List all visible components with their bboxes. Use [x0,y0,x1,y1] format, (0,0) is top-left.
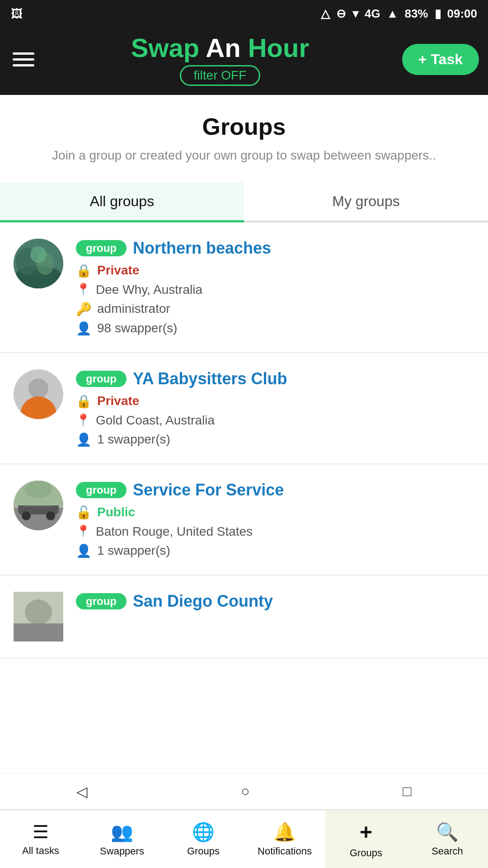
list-item[interactable]: group Northern beaches 🔒 Private 📍 Dee W… [0,222,488,353]
unlock-icon: 🔓 [76,505,92,520]
nav-add-groups[interactable]: + Groups [325,810,407,868]
swapper-count: 98 swapper(s) [97,321,177,335]
lock-icon: 🔒 [76,394,92,409]
privacy-row: 🔓 Public [76,505,474,520]
time-label: 09:00 [447,7,478,21]
list-item[interactable]: group YA Babysitters Club 🔒 Private 📍 Go… [0,353,488,464]
location-icon: 📍 [76,413,90,427]
avatar [14,239,63,288]
group-info: group Northern beaches 🔒 Private 📍 Dee W… [76,239,474,336]
avatar [14,481,63,530]
tab-all-groups[interactable]: All groups [0,182,244,221]
bluetooth-icon: △ [321,7,330,21]
title-hour: Hour [248,33,309,62]
group-name-row: group San Diego County [76,592,474,611]
people-icon: 👤 [76,432,92,447]
group-name: YA Babysitters Club [133,369,287,388]
status-right: △ ⊖ ▾ 4G ▲ 83% ▮ 09:00 [321,7,477,21]
list-item[interactable]: group San Diego County [0,576,488,659]
nav-swappers[interactable]: 👥 Swappers [81,810,163,868]
svg-rect-16 [14,623,63,642]
avatar [14,369,63,419]
page-content: Groups Join a group or created your own … [0,95,488,868]
group-name-row: group Northern beaches [76,239,474,258]
location-row: 📍 Gold Coast, Australia [76,413,474,428]
add-task-button[interactable]: + Task [402,44,479,75]
bell-icon: 🔔 [273,821,296,843]
list-item[interactable]: group Service For Service 🔓 Public 📍 Bat… [0,464,488,576]
group-info: group YA Babysitters Club 🔒 Private 📍 Go… [76,369,474,447]
lock-icon: 🔒 [76,263,92,278]
location-row: 📍 Baton Rouge, United States [76,524,474,539]
photo-icon: 🖼 [11,7,23,21]
plus-icon: + [360,820,372,844]
svg-point-15 [25,599,52,625]
android-nav: ◁ ○ □ [0,773,488,809]
svg-point-10 [22,511,31,520]
location-text: Gold Coast, Australia [96,413,215,428]
dnd-icon: ⊖ [336,7,346,21]
wifi-icon: ▾ [352,7,358,21]
swappers-row: 👤 1 swapper(s) [76,432,474,447]
avatar-head [28,378,48,398]
svg-point-11 [46,511,55,520]
avatar [14,592,63,642]
key-icon: 🔑 [76,302,92,316]
group-name-row: group YA Babysitters Club [76,369,474,388]
group-name-row: group Service For Service [76,481,474,500]
group-info: group San Diego County [76,592,474,616]
group-badge: group [76,482,127,498]
nav-search[interactable]: 🔍 Search [407,810,488,868]
tasks-icon: ☰ [33,821,49,842]
tab-bar: All groups My groups [0,182,488,222]
privacy-label: Private [97,394,139,408]
recents-button[interactable]: □ [403,783,411,800]
svg-point-5 [30,246,47,263]
filter-badge[interactable]: filter OFF [180,65,261,86]
location-icon: 📍 [76,283,90,297]
swappers-row: 👤 1 swapper(s) [76,543,474,558]
page-subtitle: Join a group or created your own group t… [18,146,470,164]
svg-rect-4 [14,277,63,288]
globe-icon: 🌐 [192,821,215,843]
people-icon: 👤 [76,543,92,558]
group-list: group Northern beaches 🔒 Private 📍 Dee W… [0,222,488,659]
signal-label: 4G [365,7,380,21]
group-badge: group [76,240,127,256]
privacy-label: Private [97,263,139,278]
nav-notifications[interactable]: 🔔 Notifications [244,810,325,868]
home-button[interactable]: ○ [241,783,249,800]
nav-groups[interactable]: 🌐 Groups [163,810,244,868]
nav-all-tasks[interactable]: ☰ All tasks [0,810,81,868]
privacy-label: Public [97,505,135,519]
groups-header: Groups Join a group or created your own … [0,95,488,169]
swapper-count: 1 swapper(s) [97,543,170,558]
status-icons: 🖼 [11,7,23,21]
privacy-row: 🔒 Private [76,394,474,409]
title-swap: Swap [131,33,200,62]
group-info: group Service For Service 🔓 Public 📍 Bat… [76,481,474,558]
back-button[interactable]: ◁ [76,783,88,800]
avatar-body [20,396,56,419]
group-name: Service For Service [133,481,284,500]
header-center: Swap An Hour filter OFF [131,33,309,86]
search-icon: 🔍 [436,821,459,843]
privacy-row: 🔒 Private [76,263,474,278]
group-meta: 🔒 Private 📍 Gold Coast, Australia 👤 1 sw… [76,394,474,447]
tab-my-groups[interactable]: My groups [244,182,488,221]
signal-icon: ▲ [387,7,399,21]
app-header: Swap An Hour filter OFF + Task [0,27,488,95]
menu-button[interactable] [9,49,38,70]
svg-point-13 [25,481,52,498]
group-badge: group [76,371,127,387]
bottom-nav: ☰ All tasks 👥 Swappers 🌐 Groups 🔔 Notifi… [0,809,488,868]
group-meta: 🔓 Public 📍 Baton Rouge, United States 👤 … [76,505,474,558]
swappers-icon: 👥 [111,821,133,843]
role-text: administrator [97,302,170,316]
title-an: An [199,33,248,62]
location-text: Baton Rouge, United States [96,524,253,539]
status-bar: 🖼 △ ⊖ ▾ 4G ▲ 83% ▮ 09:00 [0,0,488,27]
battery-label: 83% [404,7,428,21]
app-title: Swap An Hour [131,33,309,62]
group-meta: 🔒 Private 📍 Dee Why, Australia 🔑 adminis… [76,263,474,336]
